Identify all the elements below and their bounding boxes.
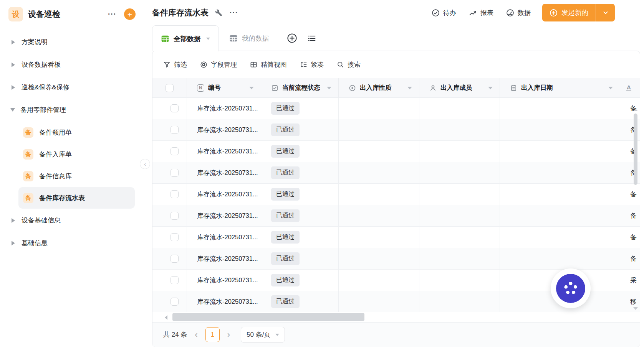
table-row[interactable]: 库存流水-20250731... 已通过 备: [152, 205, 640, 227]
create-new-dropdown-button[interactable]: [596, 4, 615, 21]
scroll-up-arrow[interactable]: [633, 109, 638, 111]
data-button[interactable]: 数据: [506, 8, 531, 17]
table-row[interactable]: 库存流水-20250731... 已通过 备: [152, 248, 640, 270]
tab-my-data[interactable]: 我的数据: [219, 25, 279, 51]
table-row[interactable]: 库存流水-20250731... 已通过 备: [152, 119, 640, 141]
filter-button[interactable]: 筛选: [163, 60, 187, 69]
table-row[interactable]: 库存流水-20250731... 已通过 备: [152, 162, 640, 184]
row-checkbox[interactable]: [171, 126, 179, 134]
search-button[interactable]: 搜索: [337, 60, 361, 69]
wrench-icon[interactable]: [215, 9, 222, 16]
column-menu-icon[interactable]: [608, 87, 613, 89]
column-header-flow-status[interactable]: 当前流程状态: [261, 78, 339, 97]
radio-field-icon: [349, 84, 356, 92]
app-logo: 设: [8, 7, 23, 21]
vertical-scrollbar[interactable]: [633, 100, 638, 310]
column-label: 当前流程状态: [282, 84, 320, 92]
page-header: 备件库存流水表 ··· 待办 报表 数据 发起新的: [145, 0, 644, 25]
status-badge: 已通过: [271, 166, 300, 179]
row-checkbox[interactable]: [171, 147, 179, 155]
sidebar-item-device-base-info[interactable]: 设备基础信息: [0, 209, 145, 232]
todo-button[interactable]: 待办: [432, 8, 456, 17]
chevron-right-icon: [12, 241, 15, 245]
row-checkbox[interactable]: [171, 276, 179, 284]
report-button[interactable]: 报表: [469, 8, 493, 17]
column-menu-icon[interactable]: [407, 87, 412, 89]
scroll-down-arrow[interactable]: [633, 307, 638, 310]
row-checkbox[interactable]: [171, 298, 179, 306]
record-no: 库存流水-20250731...: [197, 233, 258, 242]
horizontal-scrollbar-thumb[interactable]: [172, 313, 364, 321]
page-size-select[interactable]: 50 条/页: [241, 327, 285, 342]
column-label: 出入库成员: [440, 84, 472, 92]
sidebar-item-device-dashboard[interactable]: 设备数据看板: [0, 53, 145, 76]
assistant-widget[interactable]: [551, 268, 591, 308]
current-page-button[interactable]: 1: [205, 327, 220, 342]
page-more-icon[interactable]: ···: [230, 8, 238, 17]
column-header-partial[interactable]: A: [620, 78, 640, 97]
field-manage-button[interactable]: 字段管理: [200, 60, 237, 69]
chevron-down-icon: [603, 10, 609, 16]
sidebar-item-spare-stock-flow[interactable]: 备 备件库存流水表: [18, 187, 135, 209]
row-checkbox[interactable]: [171, 104, 179, 112]
sidebar-item-spare-parts-group[interactable]: 备用零部件管理: [0, 99, 145, 121]
scroll-left-arrow[interactable]: [165, 315, 167, 320]
view-list-button[interactable]: [307, 34, 316, 43]
sidebar-collapse-button[interactable]: ‹: [140, 159, 150, 169]
sidebar-add-button[interactable]: +: [124, 8, 136, 20]
simple-view-button[interactable]: 精简视图: [250, 60, 287, 69]
status-badge: 已通过: [271, 188, 300, 201]
sidebar-item-label: 备件领用单: [39, 128, 72, 137]
column-header-io-member[interactable]: 出入库成员: [419, 78, 500, 97]
member-field-icon: [429, 84, 437, 92]
table-icon: [229, 34, 238, 43]
row-checkbox[interactable]: [171, 190, 179, 198]
chevron-right-icon: [12, 40, 15, 44]
pagination-bar: 共 24 条 ‹ 1 › 50 条/页: [152, 322, 640, 347]
sidebar-item-spare-inbound[interactable]: 备 备件入库单: [18, 143, 135, 165]
sidebar-item-base-info[interactable]: 基础信息: [0, 232, 145, 254]
row-checkbox[interactable]: [171, 255, 179, 263]
table-row[interactable]: 库存流水-20250731... 已通过 备: [152, 98, 640, 119]
select-all-checkbox[interactable]: [166, 84, 174, 92]
assistant-button[interactable]: [556, 274, 585, 303]
sidebar-more-icon[interactable]: ···: [108, 10, 116, 18]
next-page-button[interactable]: ›: [226, 331, 231, 339]
sidebar-header: 设 设备巡检 ··· +: [0, 0, 145, 28]
column-header-io-date[interactable]: 出入库日期: [500, 78, 620, 97]
select-all-cell: [152, 78, 187, 97]
horizontal-scrollbar[interactable]: [152, 312, 640, 322]
table-row[interactable]: 库存流水-20250731... 已通过 备: [152, 227, 640, 248]
column-header-io-type[interactable]: 出入库性质: [339, 78, 419, 97]
sidebar-nav: 方案说明 设备数据看板 巡检&保养&保修 备用零部件管理 备 备件领用单 备 备…: [0, 28, 145, 254]
column-menu-icon[interactable]: [488, 87, 493, 89]
column-header-no[interactable]: N 编号: [187, 78, 261, 97]
add-view-button[interactable]: [287, 33, 297, 43]
sidebar-item-label: 备件信息库: [39, 172, 72, 181]
create-new-split-button[interactable]: 发起新的: [542, 4, 615, 21]
table-row[interactable]: 库存流水-20250731... 已通过 备: [152, 141, 640, 162]
tab-all-data[interactable]: 全部数据: [152, 25, 219, 51]
table-row[interactable]: 库存流水-20250731... 已通过 备: [152, 184, 640, 205]
sidebar-item-plan-desc[interactable]: 方案说明: [0, 31, 145, 53]
sidebar-item-label: 基础信息: [22, 239, 48, 247]
prev-page-button[interactable]: ‹: [194, 331, 199, 339]
chevron-down-icon[interactable]: [206, 38, 210, 40]
sidebar-item-spare-info[interactable]: 备 备件信息库: [18, 165, 135, 187]
create-new-button[interactable]: 发起新的: [542, 4, 596, 21]
vertical-scrollbar-thumb[interactable]: [634, 114, 637, 185]
table-toolbar: 筛选 字段管理 精简视图 紧凑 搜索: [152, 51, 640, 78]
status-badge: 已通过: [271, 145, 300, 158]
column-menu-icon[interactable]: [327, 87, 331, 89]
sidebar-item-inspection-maintenance[interactable]: 巡检&保养&保修: [0, 76, 145, 99]
row-checkbox[interactable]: [171, 169, 179, 177]
row-checkbox[interactable]: [171, 233, 179, 241]
compact-button[interactable]: 紧凑: [300, 60, 324, 69]
sidebar-item-spare-requisition[interactable]: 备 备件领用单: [18, 122, 135, 143]
sidebar: 设 设备巡检 ··· + 方案说明 设备数据看板 巡检&保养&保修 备用零部件管…: [0, 0, 145, 349]
record-no: 库存流水-20250731...: [197, 104, 258, 113]
row-checkbox[interactable]: [171, 212, 179, 220]
plus-circle-icon: [550, 9, 558, 17]
status-badge: 已通过: [271, 102, 300, 115]
column-menu-icon[interactable]: [249, 87, 254, 89]
